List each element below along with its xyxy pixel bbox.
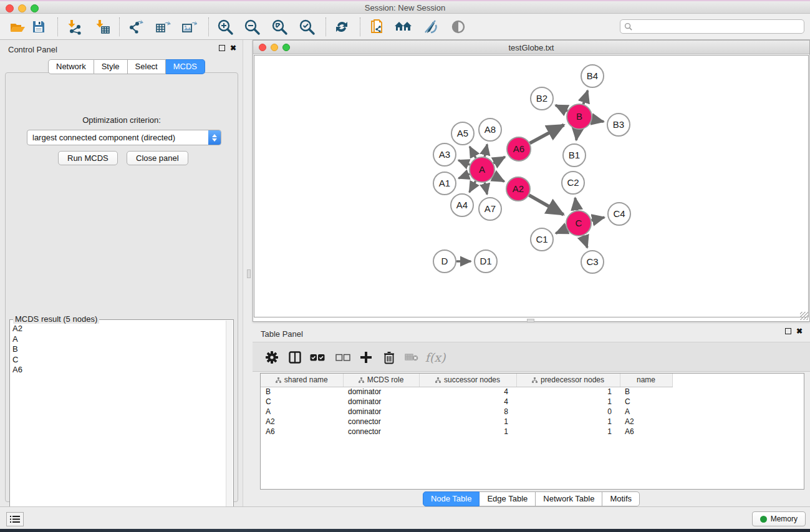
edge-B-B3[interactable]	[592, 119, 604, 122]
search-input[interactable]	[632, 21, 804, 32]
tab-mcds[interactable]: MCDS	[166, 59, 205, 74]
float-panel-icon[interactable]	[219, 45, 225, 51]
edge-C-C1[interactable]	[556, 228, 566, 233]
table-row[interactable]: Bdominator41B	[261, 387, 672, 397]
node-C[interactable]: C	[566, 211, 591, 236]
clear-table-icon[interactable]	[402, 349, 421, 366]
edge-A-A5[interactable]	[470, 147, 476, 158]
delete-row-icon[interactable]	[380, 349, 398, 366]
zoom-out-icon[interactable]	[241, 17, 263, 37]
export-image-icon[interactable]	[178, 17, 200, 37]
memory-button[interactable]: Memory	[752, 511, 806, 526]
table-row[interactable]: A6connector11A6	[261, 427, 672, 437]
mcds-result-item[interactable]: A	[12, 334, 223, 345]
node-A7[interactable]: A7	[479, 198, 501, 220]
node-B2[interactable]: B2	[531, 87, 553, 110]
node-A[interactable]: A	[470, 157, 494, 182]
edge-A-A7[interactable]	[485, 183, 487, 195]
node-A6[interactable]: A6	[507, 137, 531, 161]
network-canvas[interactable]: B4B2BB3A8A5A6A3B1AC2A1A2A4A7C4CC1C3DD1	[254, 55, 809, 317]
optimization-criterion-dropdown[interactable]: largest connected component (directed)	[27, 130, 221, 145]
float-panel-icon[interactable]	[785, 328, 791, 334]
node-D[interactable]: D	[433, 250, 456, 273]
column-header-shared-name[interactable]: shared name	[261, 374, 343, 387]
export-table-icon[interactable]	[152, 17, 173, 37]
edge-C-C2[interactable]	[575, 198, 577, 210]
column-header-successor-nodes[interactable]: successor nodes	[419, 374, 516, 387]
tab-edge-table[interactable]: Edge Table	[480, 491, 536, 506]
node-A4[interactable]: A4	[451, 194, 473, 216]
node-B3[interactable]: B3	[607, 114, 630, 136]
splitter-grip[interactable]	[247, 269, 251, 278]
table-row[interactable]: A2connector11A2	[261, 417, 672, 427]
mcds-result-list[interactable]: A2ABCA6	[12, 324, 223, 529]
function-builder-icon[interactable]: f(x)	[426, 349, 445, 366]
edge-B-B2[interactable]	[556, 105, 567, 111]
node-B[interactable]: B	[567, 104, 592, 129]
node-C1[interactable]: C1	[531, 228, 553, 251]
close-panel-button[interactable]: Close panel	[127, 151, 188, 165]
edge-B-B1[interactable]	[576, 130, 577, 140]
tab-select[interactable]: Select	[128, 59, 166, 74]
tab-network[interactable]: Network	[48, 59, 94, 74]
edge-A-A8[interactable]	[485, 144, 487, 157]
open-file-icon[interactable]	[7, 17, 28, 37]
close-panel-icon[interactable]: ✖	[230, 45, 236, 51]
table-row[interactable]: Adominator80A	[261, 407, 672, 417]
run-mcds-button[interactable]: Run MCDS	[58, 151, 118, 165]
column-header-name[interactable]: name	[620, 374, 672, 387]
node-C4[interactable]: C4	[608, 203, 630, 225]
select-all-columns-icon[interactable]	[308, 349, 327, 366]
edge-A-A2[interactable]	[494, 176, 504, 181]
home-icon[interactable]	[393, 17, 414, 37]
show-columns-icon[interactable]	[286, 349, 304, 366]
export-network-icon[interactable]	[125, 17, 147, 37]
node-A3[interactable]: A3	[433, 143, 456, 166]
import-network-icon[interactable]	[64, 17, 85, 37]
unselect-all-columns-icon[interactable]	[334, 349, 352, 366]
edge-C-C4[interactable]	[591, 217, 604, 220]
edge-A-A1[interactable]	[458, 174, 470, 178]
save-session-icon[interactable]	[28, 17, 49, 37]
refresh-icon[interactable]	[331, 17, 352, 37]
edge-A-A6[interactable]	[493, 157, 505, 163]
edge-B-B4[interactable]	[583, 90, 587, 104]
close-panel-icon[interactable]: ✖	[796, 328, 803, 334]
table-row[interactable]: Cdominator41C	[261, 397, 672, 407]
edge-C-C3[interactable]	[583, 236, 587, 248]
node-D1[interactable]: D1	[475, 250, 497, 273]
column-header-MCDS-role[interactable]: MCDS role	[343, 374, 419, 387]
node-B4[interactable]: B4	[581, 65, 604, 87]
gear-settings-icon[interactable]	[263, 349, 281, 366]
resize-grip-icon[interactable]	[800, 312, 808, 320]
open-network-document-icon[interactable]	[367, 17, 388, 37]
node-table[interactable]: shared nameMCDS rolesuccessor nodesprede…	[260, 373, 804, 490]
show-panels-list-button[interactable]	[6, 512, 24, 526]
node-C2[interactable]: C2	[562, 172, 584, 194]
mcds-result-item[interactable]: B	[12, 344, 223, 355]
tab-node-table[interactable]: Node Table	[423, 491, 480, 506]
zoom-fit-icon[interactable]	[269, 17, 290, 37]
edge-A-A4[interactable]	[470, 181, 476, 192]
node-A2[interactable]: A2	[506, 177, 530, 201]
scrollbar[interactable]	[226, 321, 233, 531]
mcds-result-item[interactable]: A2	[12, 324, 223, 334]
add-row-icon[interactable]	[357, 349, 375, 366]
zoom-selected-icon[interactable]	[296, 17, 317, 37]
network-window-titlebar[interactable]: testGlobe.txt	[253, 41, 809, 54]
hide-labels-icon[interactable]	[420, 17, 441, 37]
edge-A-A3[interactable]	[458, 160, 470, 165]
edge-A6-B[interactable]	[530, 125, 564, 143]
tab-motifs[interactable]: Motifs	[602, 491, 640, 506]
zoom-in-icon[interactable]	[215, 17, 236, 37]
node-A8[interactable]: A8	[479, 118, 501, 141]
search-field[interactable]	[620, 19, 804, 34]
splitter-grip[interactable]	[527, 319, 534, 322]
show-graphics-details-icon[interactable]	[448, 17, 469, 37]
node-B1[interactable]: B1	[563, 144, 586, 167]
mcds-result-item[interactable]: A6	[12, 365, 223, 375]
node-A1[interactable]: A1	[433, 172, 456, 195]
import-table-icon[interactable]	[92, 17, 113, 37]
mcds-result-item[interactable]: C	[12, 355, 223, 365]
node-A5[interactable]: A5	[451, 122, 474, 145]
